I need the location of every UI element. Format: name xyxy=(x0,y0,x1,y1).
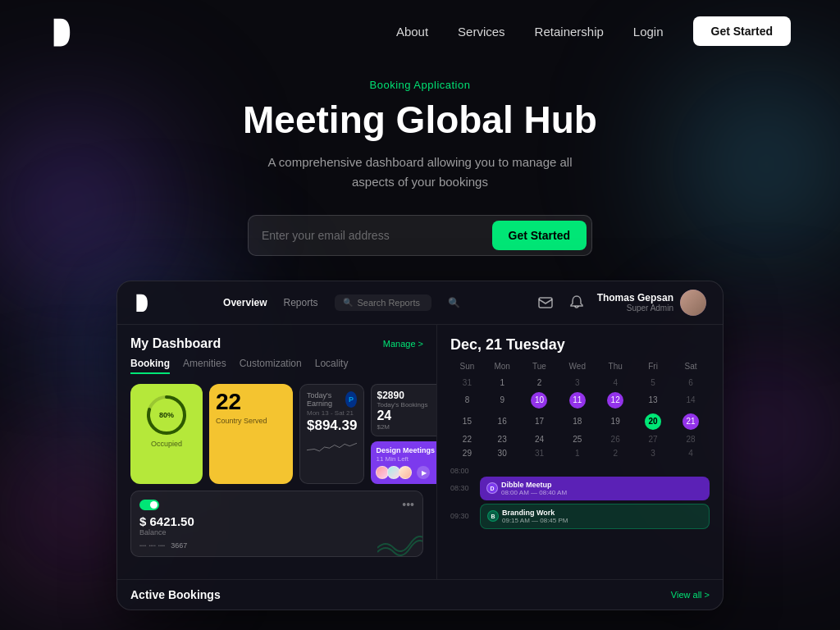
tab-locality[interactable]: Locality xyxy=(315,358,349,374)
nav-about[interactable]: About xyxy=(396,25,428,39)
dash-bottom-bar: Active Bookings View all > xyxy=(117,579,723,609)
page-wrapper: About Services Retainership Login Get St… xyxy=(0,0,840,630)
balance-card: ••• $ 6421.50 Balance •••• •••• •••• 366… xyxy=(130,491,423,557)
cal-header-mon: Mon xyxy=(484,362,521,376)
cal-cell[interactable]: 21 xyxy=(672,411,710,432)
manage-link[interactable]: Manage > xyxy=(383,339,423,349)
cal-cell[interactable]: 23 xyxy=(484,432,521,446)
cal-cell[interactable]: 16 xyxy=(484,411,521,432)
cal-cell[interactable]: 8 xyxy=(450,390,484,411)
nav-retainership[interactable]: Retainership xyxy=(535,25,604,39)
cal-cell[interactable]: 24 xyxy=(521,432,559,446)
dash-user-name-text: Thomas Gepsan xyxy=(597,292,673,304)
tab-customization[interactable]: Customization xyxy=(240,358,302,374)
dash-brand-logo xyxy=(134,293,148,313)
cal-cell[interactable]: 1 xyxy=(484,376,521,390)
nav-get-started-button[interactable]: Get Started xyxy=(693,16,791,46)
occupied-card: 80% Occupied xyxy=(130,384,203,485)
cal-cell[interactable]: 11 xyxy=(558,390,596,411)
cal-cell[interactable]: 4 xyxy=(596,376,634,390)
hero-email-input[interactable] xyxy=(262,229,492,242)
cal-cell[interactable]: 18 xyxy=(558,411,596,432)
cal-cell[interactable]: 29 xyxy=(450,446,484,460)
revenue-bookings: 24 xyxy=(377,409,437,423)
balance-wave xyxy=(377,523,423,556)
cal-cell[interactable]: 1 xyxy=(558,446,596,460)
cal-cell[interactable]: 17 xyxy=(521,411,559,432)
calendar-grid: Sun Mon Tue Wed Thu Fri Sat 31 xyxy=(450,362,710,460)
nav-links: About Services Retainership Login Get St… xyxy=(396,16,791,46)
dash-search-input[interactable] xyxy=(358,298,423,308)
hero-cta-button[interactable]: Get Started xyxy=(492,221,587,250)
dash-nav: Overview Reports 🔍 🔍 xyxy=(223,294,459,311)
cal-cell[interactable]: 30 xyxy=(484,446,521,460)
cal-highlighted-11[interactable]: 11 xyxy=(569,392,586,409)
bell-icon[interactable] xyxy=(566,292,587,313)
cal-today-21[interactable]: 21 xyxy=(682,413,699,430)
cal-cell[interactable]: 22 xyxy=(450,432,484,446)
avatar xyxy=(680,290,706,316)
dash-nav-overview[interactable]: Overview xyxy=(223,297,267,308)
occupied-label: Occupied xyxy=(135,440,198,448)
dm-avatar-3 xyxy=(399,466,412,479)
dash-search-box: 🔍 xyxy=(335,294,431,311)
design-meetings-card: Design Meetings 11 Min Left ▶ xyxy=(371,441,437,485)
cal-header-thu: Thu xyxy=(596,362,634,376)
dashboard-preview: Overview Reports 🔍 🔍 xyxy=(0,281,840,630)
cal-cell[interactable]: 4 xyxy=(672,446,710,460)
dash-user-role: Super Admin xyxy=(597,304,673,313)
dash-right-panel: Dec, 21 Tuesday Sun Mon Tue Wed Thu Fri xyxy=(437,325,723,579)
cal-cell[interactable]: 5 xyxy=(634,376,672,390)
cal-cell[interactable]: 9 xyxy=(484,390,521,411)
tab-amenities[interactable]: Amenities xyxy=(183,358,226,374)
cal-cell[interactable]: 27 xyxy=(634,432,672,446)
paypal-icon: P xyxy=(345,391,358,408)
cal-cell[interactable]: 15 xyxy=(450,411,484,432)
occupied-percent-text: 80% xyxy=(159,410,174,419)
cal-cell[interactable]: 6 xyxy=(672,376,710,390)
cal-cell[interactable]: 3 xyxy=(558,376,596,390)
dash-right-icons: Thomas Gepsan Super Admin xyxy=(535,290,706,316)
revenue-amount: $2890 xyxy=(377,390,437,401)
dash-user-name: Thomas Gepsan Super Admin xyxy=(597,292,673,313)
cal-cell[interactable]: 28 xyxy=(672,432,710,446)
navbar: About Services Retainership Login Get St… xyxy=(0,0,840,62)
cal-header-sat: Sat xyxy=(672,362,710,376)
cal-cell[interactable]: 2 xyxy=(596,446,634,460)
country-card: 22 Country Served xyxy=(209,384,293,485)
branding-avatar: B xyxy=(487,510,499,522)
balance-label: Balance xyxy=(139,528,414,536)
tab-booking[interactable]: Booking xyxy=(130,358,170,374)
cal-cell[interactable]: 31 xyxy=(450,376,484,390)
cal-cell[interactable]: 31 xyxy=(521,446,559,460)
cal-cell[interactable]: 14 xyxy=(672,390,710,411)
dm-play-button[interactable]: ▶ xyxy=(417,466,430,479)
cal-highlighted-12[interactable]: 12 xyxy=(607,392,623,409)
cal-cell[interactable]: 10 xyxy=(521,390,559,411)
dash-tabs: Booking Amenities Customization Locality xyxy=(130,358,423,374)
cal-cell[interactable]: 26 xyxy=(596,432,634,446)
cal-today-20[interactable]: 20 xyxy=(645,413,661,430)
balance-toggle[interactable] xyxy=(139,500,159,510)
cal-cell[interactable]: 20 xyxy=(634,411,672,432)
nav-login[interactable]: Login xyxy=(633,25,664,39)
mail-icon[interactable] xyxy=(535,292,556,313)
svg-rect-0 xyxy=(539,298,552,308)
cal-cell[interactable]: 13 xyxy=(634,390,672,411)
dash-nav-reports[interactable]: Reports xyxy=(283,297,317,308)
cal-highlighted-10[interactable]: 10 xyxy=(531,392,547,409)
nav-services[interactable]: Services xyxy=(458,25,505,39)
branding-work-time: 09:15 AM — 08:45 PM xyxy=(502,517,568,524)
cal-cell[interactable]: 12 xyxy=(596,390,634,411)
search-icon-standalone[interactable]: 🔍 xyxy=(448,297,460,308)
active-bookings-title: Active Bookings xyxy=(130,588,221,601)
cal-cell[interactable]: 25 xyxy=(558,432,596,446)
cal-cell[interactable]: 3 xyxy=(634,446,672,460)
cal-cell[interactable]: 2 xyxy=(521,376,559,390)
cal-cell[interactable]: 19 xyxy=(596,411,634,432)
view-all-link[interactable]: View all > xyxy=(671,590,710,600)
earning-date: Mon 13 - Sat 21 xyxy=(307,409,357,417)
dibble-avatar: D xyxy=(486,482,498,494)
dash-topbar: Overview Reports 🔍 🔍 xyxy=(117,281,723,325)
balance-menu-icon[interactable]: ••• xyxy=(402,498,414,511)
